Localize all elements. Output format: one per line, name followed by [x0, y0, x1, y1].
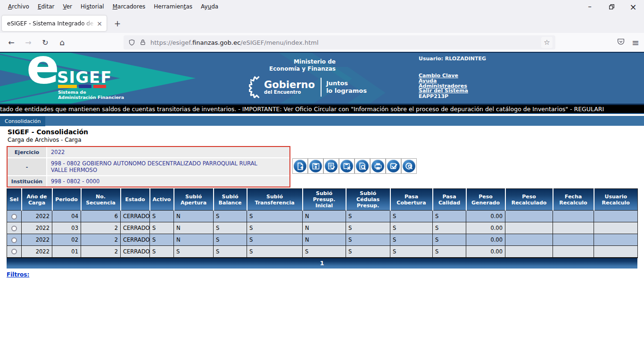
sel-cell	[7, 211, 22, 222]
row-select-radio[interactable]	[11, 237, 17, 243]
menu-ayuda[interactable]: Ayuda	[197, 1, 223, 12]
filters-link[interactable]: Filtros:	[7, 271, 29, 278]
form-value: 2022	[47, 147, 289, 157]
table-cell: 2022	[22, 246, 52, 258]
table-cell: 0.00	[466, 234, 505, 246]
table-row: 2022012CERRADOSSSSSSSS0.00	[7, 246, 638, 258]
menu-herramientas[interactable]: Herramientas	[149, 1, 197, 12]
delete-record-button[interactable]	[339, 158, 355, 174]
floppy-up-icon	[309, 160, 322, 172]
esigef-header: e SIGEF Sistema de Administración Financ…	[0, 52, 644, 105]
forward-button[interactable]: →	[21, 35, 36, 49]
menu-icon[interactable]: ≡	[632, 37, 639, 48]
table-cell: S	[303, 246, 346, 258]
table-cell: S	[433, 211, 466, 222]
gobierno-logo: Gobierno del Encuentro Juntos lo logramo…	[249, 75, 367, 99]
table-cell: 2	[81, 246, 121, 258]
home-button[interactable]: ⌂	[55, 35, 70, 49]
row-select-radio[interactable]	[11, 226, 17, 231]
page-title: SIGEF - Consolidación	[8, 128, 88, 136]
url-text: https://esigef.finanzas.gob.ec/eSIGEF/me…	[150, 39, 319, 46]
table-cell	[505, 246, 553, 258]
page-number[interactable]: 1	[320, 260, 324, 267]
column-header: Activo	[150, 189, 174, 211]
print-record-button[interactable]	[370, 158, 386, 174]
new-record-button[interactable]	[292, 158, 308, 174]
menu-marcadores[interactable]: Marcadores	[108, 1, 150, 12]
window-controls: – ×	[579, 0, 644, 13]
column-header: Año de Carga	[22, 189, 52, 211]
tab-close-icon[interactable]: ×	[95, 20, 104, 27]
column-header: Peso Recalculado	[505, 189, 553, 211]
table-cell: S	[346, 246, 390, 258]
table-cell	[553, 246, 594, 258]
doc-plus-icon	[294, 160, 306, 172]
minimize-button[interactable]: –	[579, 0, 601, 13]
column-header: No. Secuencia	[81, 189, 121, 211]
action-toolbar	[292, 158, 417, 174]
url-bar[interactable]: https://esigef.finanzas.gob.ec/eSIGEF/me…	[124, 35, 555, 49]
menu-historial[interactable]: Historial	[76, 1, 108, 12]
form-value: 998 - 0802 GOBIERNO AUTONOMO DESCENTRALI…	[47, 158, 289, 175]
save-record-button[interactable]	[308, 158, 323, 174]
table-cell: S	[150, 234, 174, 246]
table-cell: 0.00	[466, 222, 505, 234]
browser-tab[interactable]: eSIGEF - Sistema Integrado de Gestió ×	[2, 16, 107, 31]
table-cell: 01	[52, 246, 81, 258]
table-cell: S	[346, 211, 390, 222]
sel-cell	[7, 234, 22, 246]
table-cell: 2022	[22, 222, 52, 234]
news-ticker: tado de entidades que mantienen saldos d…	[0, 105, 644, 114]
user-label: Usuario: RLOZADINTEG	[419, 56, 486, 62]
tab-consolidacion[interactable]: Consolidación	[0, 116, 45, 126]
back-button[interactable]: ←	[4, 35, 19, 49]
menu-archivo[interactable]: Archivo	[4, 1, 33, 12]
table-cell: 6	[81, 211, 121, 222]
table-zone: SelAño de CargaPeriodoNo. SecuenciaEstad…	[7, 188, 637, 278]
bookmark-star-icon[interactable]: ☆	[541, 37, 553, 48]
table-cell: 0.00	[466, 211, 505, 222]
sel-cell	[7, 222, 22, 234]
navigation-toolbar: ← → ↻ ⌂ https://esigef.finanzas.gob.ec/e…	[0, 33, 644, 52]
module-tab-bar: Consolidación	[0, 116, 644, 126]
form-value: 998 - 0802 - 0000	[47, 176, 289, 187]
table-cell: 2	[81, 222, 121, 234]
table-cell: S	[390, 222, 433, 234]
table-cell: S	[346, 234, 390, 246]
consult-record-button[interactable]	[401, 158, 417, 174]
user-panel: Usuario: RLOZADINTEG Cambio ClaveAyudaAd…	[419, 56, 486, 99]
form-label: Institución	[8, 176, 46, 187]
close-window-button[interactable]: ×	[622, 0, 644, 13]
pagination-bar: 1	[7, 258, 637, 269]
menu-ver[interactable]: Ver	[58, 1, 76, 12]
pocket-icon[interactable]	[617, 38, 625, 48]
menu-editar[interactable]: Editar	[33, 1, 59, 12]
table-cell	[505, 234, 553, 246]
shield-icon[interactable]	[128, 39, 135, 46]
column-header: Subió Transferencia	[247, 189, 303, 211]
column-header: Periodo	[52, 189, 81, 211]
table-cell	[594, 211, 638, 222]
view-detail-button[interactable]	[355, 158, 370, 174]
approve-record-button[interactable]	[386, 158, 401, 174]
divider	[321, 78, 322, 97]
reload-button[interactable]: ↻	[38, 35, 53, 49]
sheet-check-icon	[325, 160, 338, 172]
verify-record-button[interactable]	[323, 158, 339, 174]
table-cell: N	[303, 211, 346, 222]
column-header: Fecha Recalculo	[553, 189, 594, 211]
column-header: Pasa Cobertura	[390, 189, 433, 211]
table-cell: CERRADO	[121, 234, 150, 246]
table-cell: 02	[52, 234, 81, 246]
row-select-radio[interactable]	[11, 249, 17, 254]
restore-button[interactable]	[601, 0, 622, 13]
table-cell	[505, 222, 553, 234]
row-select-radio[interactable]	[11, 214, 17, 220]
table-cell: 0.00	[466, 246, 505, 258]
floppy-x-icon	[340, 160, 353, 172]
lock-icon[interactable]	[140, 39, 146, 46]
table-cell: N	[303, 234, 346, 246]
column-header: Subió Cédulas Presup.	[346, 189, 390, 211]
new-tab-button[interactable]: +	[111, 17, 124, 30]
table-cell: S	[247, 234, 303, 246]
